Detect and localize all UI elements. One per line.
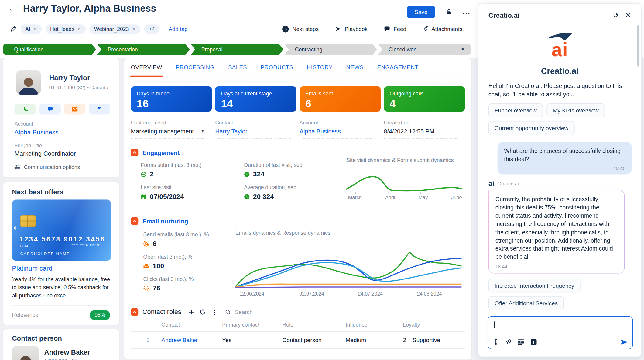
save-button[interactable]: Save — [407, 6, 435, 18]
call-button[interactable] — [15, 104, 36, 114]
remove-tag-icon[interactable]: ✕ — [77, 26, 81, 32]
action-offer-services[interactable]: Offer Additional Services — [488, 296, 564, 310]
calendar-icon — [141, 194, 146, 199]
tab-products[interactable]: PRODUCTS — [261, 58, 293, 77]
tag-pill[interactable]: Webinar_2023✕ — [90, 24, 141, 34]
tag-row: AI✕ Hot_leads✕ Webinar_2023✕ +4 Add tag … — [0, 23, 475, 35]
ai-greeting: Hello! I'm Creatio.ai. Please post a que… — [488, 82, 631, 99]
flag-button[interactable] — [89, 104, 110, 114]
suggestion-funnel-overview[interactable]: Funnel overview — [488, 103, 543, 117]
tab-overview[interactable]: OVERVIEW — [131, 58, 162, 77]
contact-roles-header: Contact roles ⋮ — [131, 308, 465, 316]
offer-description: Yearly 4% for the available balance, fre… — [12, 275, 112, 299]
back-arrow-icon[interactable]: ← — [8, 4, 16, 13]
outline-list-icon[interactable] — [518, 339, 524, 345]
text-style-icon[interactable] — [531, 339, 537, 345]
tab-engagement[interactable]: ENGAGEMENT — [377, 58, 419, 77]
next-steps-button[interactable]: Next steps — [282, 26, 319, 33]
message-time: 18:44 — [495, 265, 618, 269]
attachments-button[interactable]: Attachments — [423, 26, 463, 32]
feed-button[interactable]: Feed — [384, 26, 406, 32]
engagement-title: Engagement — [142, 149, 180, 156]
ai-mini-logo: ai — [488, 180, 494, 187]
add-tag-link[interactable]: Add tag — [169, 26, 188, 32]
sliders-icon — [15, 165, 20, 170]
stage-proposal[interactable]: Proposal — [190, 44, 283, 55]
contact-person-title: Contact person — [12, 334, 62, 342]
collapse-engagement-button[interactable] — [131, 149, 138, 156]
refresh-icon[interactable] — [200, 309, 206, 315]
text-cursor-icon[interactable] — [493, 339, 498, 345]
chat-input[interactable] — [493, 320, 628, 336]
send-button[interactable] — [621, 339, 628, 345]
creatio-ai-panel: Creatio.ai ↺ ✕ ai Creatio.ai Hello! I'm … — [478, 3, 642, 357]
communication-options-link[interactable]: Communication options — [15, 164, 80, 170]
chat-button[interactable] — [39, 104, 61, 114]
close-panel-icon[interactable]: ✕ — [625, 11, 631, 20]
card-chip — [20, 215, 36, 227]
contact-link[interactable]: Andrew Baker — [161, 337, 222, 344]
top-actions: Save ... — [407, 6, 471, 18]
contact-person-name[interactable]: Andrew Baker — [44, 348, 90, 356]
card-number: 1234 5678 9012 3456 — [19, 235, 105, 243]
created-on-field: Created on 8/4/2022 12:55 PM — [384, 120, 459, 139]
opportunity-fields: Customer need Marketing management▼ Cont… — [131, 120, 465, 139]
attach-icon[interactable] — [505, 339, 511, 345]
emails-chart-axis: 12.06.2024 02.07.2024 24.07.2024 24.08.2… — [235, 291, 462, 298]
contact-field[interactable]: Contact Harry Taylor — [215, 120, 290, 139]
stage-qualification[interactable]: Qualification — [3, 44, 96, 55]
phone-icon — [22, 106, 28, 112]
contact-roles-search[interactable] — [225, 308, 285, 315]
chevron-down-icon[interactable]: ▼ — [201, 129, 204, 133]
flag-icon — [97, 106, 102, 112]
offer-name-link[interactable]: Platinum card — [12, 265, 52, 272]
feed-icon — [384, 26, 390, 32]
remove-tag-icon[interactable]: ✕ — [132, 26, 136, 32]
account-link[interactable]: Alpha Business — [15, 129, 108, 136]
valid-thru-value: 06/30 — [90, 243, 100, 247]
more-tags-pill[interactable]: +4 — [144, 24, 159, 34]
tab-news[interactable]: NEWS — [346, 58, 364, 77]
stage-presentation[interactable]: Presentation — [97, 44, 190, 55]
ai-logo-name: Creatio.ai — [541, 67, 579, 76]
remove-tag-icon[interactable]: ✕ — [33, 26, 37, 32]
stage-closed-won[interactable]: Closed won▼ — [378, 44, 471, 55]
add-icon[interactable] — [189, 309, 194, 315]
metric-emails-sent: Emails sent6 — [300, 86, 381, 112]
stage-contracting[interactable]: Contracting — [284, 44, 377, 55]
tag-pill[interactable]: Hot_leads✕ — [46, 24, 86, 34]
suggestion-opportunity-overview[interactable]: Current opportunity overview — [488, 121, 575, 135]
kebab-menu-icon[interactable]: ⋮ — [211, 309, 217, 315]
search-input[interactable] — [234, 308, 286, 315]
more-options-icon[interactable]: ... — [463, 10, 471, 14]
collapse-email-nurturing-button[interactable] — [131, 217, 138, 225]
tag-pill[interactable]: AI✕ — [21, 24, 42, 34]
chat-icon — [47, 106, 53, 112]
chat-input-box[interactable] — [488, 316, 633, 349]
forms-submit-field: Forms submit (last 3 mo.) 2 — [141, 162, 201, 178]
site-visit-chart — [346, 167, 462, 194]
tab-history[interactable]: HISTORY — [307, 58, 333, 77]
text-cursor — [494, 321, 494, 328]
job-title-value: Marketing Coordinator — [15, 150, 108, 157]
collapse-contact-roles-button[interactable] — [131, 308, 138, 316]
customer-need-field[interactable]: Customer need Marketing management▼ — [131, 120, 206, 139]
chevron-down-icon[interactable]: ▼ — [461, 47, 465, 52]
paperclip-icon — [423, 26, 428, 32]
email-button[interactable] — [64, 104, 86, 114]
restart-chat-icon[interactable]: ↺ — [613, 11, 618, 20]
account-field[interactable]: Account Alpha Business — [300, 120, 375, 139]
action-increase-frequency[interactable]: Increase Interaction Frequency — [488, 279, 581, 292]
chevron-up-icon — [132, 310, 137, 314]
suggestion-kpis-overview[interactable]: My KPIs overview — [546, 103, 605, 117]
communication-buttons — [15, 104, 110, 114]
edit-tags-icon[interactable] — [11, 26, 17, 33]
tab-processing[interactable]: PROCESSING — [176, 58, 215, 77]
play-icon — [335, 26, 341, 32]
table-row[interactable]: 1 Andrew Baker Yes Contact person Medium… — [131, 332, 465, 349]
tab-sales[interactable]: SALES — [228, 58, 247, 77]
lock-icon[interactable] — [446, 9, 452, 16]
playbook-button[interactable]: Playbook — [335, 26, 368, 32]
carousel-prev-icon[interactable] — [13, 226, 15, 230]
panel-scrollbar[interactable] — [637, 25, 639, 67]
